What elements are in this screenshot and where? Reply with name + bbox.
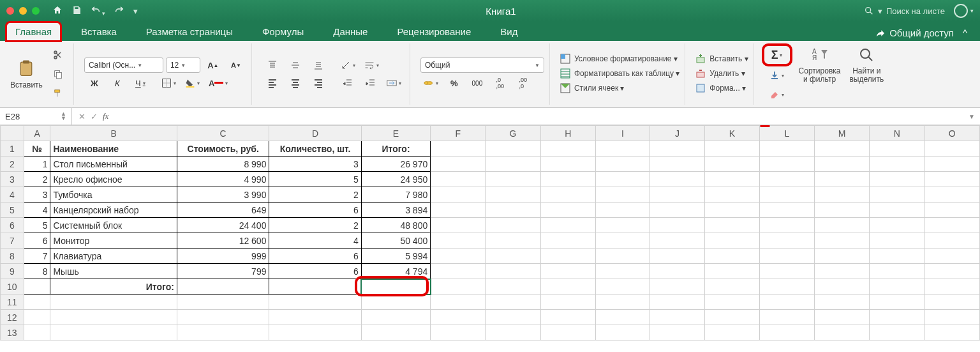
clear-button[interactable]: ▾	[764, 87, 790, 102]
cell-E11[interactable]	[361, 295, 430, 310]
cell-H10[interactable]	[540, 279, 595, 295]
undo-icon[interactable]: ▾	[91, 5, 105, 17]
cell-C3[interactable]: 4 990	[177, 172, 269, 187]
cell-A9[interactable]: 8	[24, 264, 50, 279]
cell-I10[interactable]	[595, 279, 650, 295]
cancel-formula-icon[interactable]: ✕	[78, 112, 85, 121]
cell-F8[interactable]	[431, 249, 486, 264]
share-button[interactable]: Общий доступ ^	[869, 25, 974, 41]
expand-formula-bar-icon[interactable]: ▼	[963, 113, 980, 120]
cell-G1[interactable]	[486, 141, 540, 157]
row-header-6[interactable]: 6	[1, 218, 24, 233]
tab-view[interactable]: Вид	[491, 22, 526, 41]
cell-C4[interactable]: 3 990	[177, 187, 269, 203]
cell-L1[interactable]	[759, 141, 814, 157]
cell-G2[interactable]	[486, 157, 540, 172]
save-icon[interactable]	[71, 5, 82, 17]
cell-O7[interactable]	[924, 233, 980, 249]
cell-F3[interactable]	[431, 172, 486, 187]
cell-F1[interactable]	[431, 141, 486, 157]
col-header-D[interactable]: D	[269, 126, 361, 141]
wrap-text-icon[interactable]: ▾	[361, 57, 382, 73]
row-header-10[interactable]: 10	[1, 279, 24, 295]
cell-F6[interactable]	[431, 218, 486, 233]
tab-page-layout[interactable]: Разметка страницы	[137, 22, 242, 41]
col-header-F[interactable]: F	[431, 126, 486, 141]
maximize-window-icon[interactable]	[32, 7, 40, 15]
row-header-1[interactable]: 1	[1, 141, 24, 157]
cell-C13[interactable]	[177, 325, 269, 341]
cell-E12[interactable]	[361, 310, 430, 325]
row-header-3[interactable]: 3	[1, 172, 24, 187]
cell-N2[interactable]	[870, 157, 924, 172]
row-header-8[interactable]: 8	[1, 249, 24, 264]
cell-O13[interactable]	[924, 325, 980, 341]
cell-B13[interactable]	[50, 325, 177, 341]
row-header-7[interactable]: 7	[1, 233, 24, 249]
cell-M13[interactable]	[814, 325, 869, 341]
cell-E10[interactable]	[361, 279, 430, 295]
format-painter-icon[interactable]	[48, 86, 68, 101]
font-name-select[interactable]: Calibri (Осн...▼	[84, 57, 163, 73]
cell-styles-button[interactable]: Стили ячеек ▾	[574, 84, 625, 93]
cell-F2[interactable]	[431, 157, 486, 172]
cell-M3[interactable]	[814, 172, 869, 187]
cell-K2[interactable]	[704, 157, 759, 172]
cell-N6[interactable]	[870, 218, 924, 233]
col-header-C[interactable]: C	[177, 126, 269, 141]
cell-I1[interactable]	[595, 141, 650, 157]
cell-G7[interactable]	[486, 233, 540, 249]
cell-I11[interactable]	[595, 295, 650, 310]
cell-G9[interactable]	[486, 264, 540, 279]
cell-F9[interactable]	[431, 264, 486, 279]
cell-I6[interactable]	[595, 218, 650, 233]
cell-D13[interactable]	[269, 325, 361, 341]
cell-L11[interactable]	[759, 295, 814, 310]
cell-H7[interactable]	[540, 233, 595, 249]
align-middle-icon[interactable]	[285, 57, 306, 73]
col-header-E[interactable]: E	[361, 126, 430, 141]
redo-icon[interactable]	[114, 5, 124, 17]
cell-J6[interactable]	[650, 218, 705, 233]
cell-E5[interactable]: 3 894	[361, 203, 430, 218]
cell-M6[interactable]	[814, 218, 869, 233]
fill-color-icon[interactable]: ▾	[182, 75, 203, 91]
cell-O6[interactable]	[924, 218, 980, 233]
cell-E7[interactable]: 50 400	[361, 233, 430, 249]
cell-A10[interactable]	[24, 279, 50, 295]
align-center-icon[interactable]	[285, 75, 306, 91]
tab-insert[interactable]: Вставка	[72, 22, 126, 41]
cell-D11[interactable]	[269, 295, 361, 310]
font-size-select[interactable]: 12▼	[166, 57, 200, 73]
cell-D1[interactable]: Количество, шт.	[269, 141, 361, 157]
cell-K4[interactable]	[704, 187, 759, 203]
cell-A7[interactable]: 6	[24, 233, 50, 249]
cell-N7[interactable]	[870, 233, 924, 249]
cell-M4[interactable]	[814, 187, 869, 203]
col-header-M[interactable]: M	[814, 126, 869, 141]
col-header-L[interactable]: L	[759, 126, 814, 141]
cell-A2[interactable]: 1	[24, 157, 50, 172]
row-header-4[interactable]: 4	[1, 187, 24, 203]
cell-C9[interactable]: 799	[177, 264, 269, 279]
row-header-13[interactable]: 13	[1, 325, 24, 341]
enter-formula-icon[interactable]: ✓	[91, 112, 98, 121]
cell-G11[interactable]	[486, 295, 540, 310]
percent-icon[interactable]: %	[444, 75, 464, 91]
cell-E4[interactable]: 7 980	[361, 187, 430, 203]
cell-G12[interactable]	[486, 310, 540, 325]
align-top-icon[interactable]	[262, 57, 283, 73]
cell-G8[interactable]	[486, 249, 540, 264]
cell-M11[interactable]	[814, 295, 869, 310]
orientation-icon[interactable]: ▾	[338, 57, 359, 73]
cell-I3[interactable]	[595, 172, 650, 187]
col-header-G[interactable]: G	[486, 126, 540, 141]
cell-J2[interactable]	[650, 157, 705, 172]
row-header-11[interactable]: 11	[1, 295, 24, 310]
cell-K13[interactable]	[704, 325, 759, 341]
align-right-icon[interactable]	[308, 75, 329, 91]
cell-H12[interactable]	[540, 310, 595, 325]
cell-L9[interactable]	[759, 264, 814, 279]
cell-N13[interactable]	[870, 325, 924, 341]
cell-J7[interactable]	[650, 233, 705, 249]
